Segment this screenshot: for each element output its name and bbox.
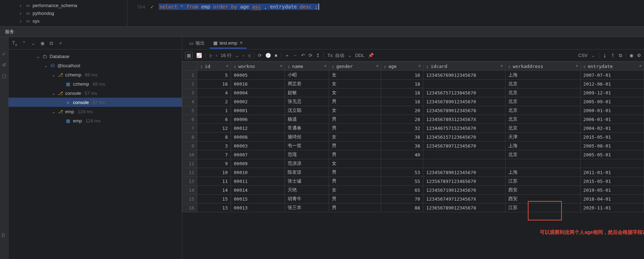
cell[interactable]: 陈友谅	[284, 168, 329, 177]
cell[interactable]: 123456789012345678	[423, 106, 505, 115]
cell[interactable]: 00007	[231, 150, 285, 159]
table-row[interactable]: 21600016周芷若女18北京2012-06-01	[182, 80, 644, 88]
cell[interactable]	[381, 159, 423, 168]
table-row[interactable]: 11900009范凉凉女	[182, 159, 644, 168]
more-icon[interactable]: ⟨⟩	[1, 232, 5, 238]
eye-icon[interactable]: ◉	[40, 40, 45, 46]
cell[interactable]: 123456769012345678	[423, 71, 505, 80]
cell[interactable]: 13	[197, 203, 231, 212]
cell[interactable]: 40	[381, 150, 423, 159]
refresh-icon[interactable]: ↺	[2, 62, 6, 68]
cell[interactable]: 北京	[505, 115, 580, 124]
cell[interactable]: 女	[329, 159, 381, 168]
col-header-idcard[interactable]: ▯idcard⇵	[423, 62, 505, 71]
cell[interactable]: 北京	[505, 106, 580, 115]
result-grid[interactable]: ▯id⇵ ▯workno⇵ ▯name⇵ ▯gender⇵ ▯age⇵ ▯idc…	[182, 62, 644, 212]
cell[interactable]: 5	[197, 71, 231, 80]
cell[interactable]: 123456719012345670	[423, 186, 505, 195]
tree-root[interactable]: ⌄🗀Database	[9, 52, 182, 61]
cell[interactable]: 16	[197, 80, 231, 88]
cell[interactable]: 70	[381, 195, 423, 203]
table-row[interactable]: 6600006杨逍男2812345678931234567X北京2006-01-…	[182, 115, 644, 124]
cell[interactable]: 00015	[231, 195, 285, 203]
cell[interactable]: 西安	[505, 186, 580, 195]
tree-schema[interactable]: ⌄⎇czhemp68 ms	[9, 70, 182, 79]
cell[interactable]: 00014	[231, 186, 285, 195]
layout-icon[interactable]: ▢	[2, 73, 6, 79]
cell[interactable]: 123456789012345670	[423, 168, 505, 177]
cell[interactable]: 上海	[505, 142, 580, 150]
cell[interactable]: 天津	[505, 133, 580, 142]
cell[interactable]: 韦一笑	[284, 142, 329, 150]
cell[interactable]: 18	[381, 88, 423, 97]
cell[interactable]: 男	[329, 115, 381, 124]
cell[interactable]: 32	[381, 124, 423, 133]
cell[interactable]: 2018-04-01	[580, 195, 644, 203]
cell[interactable]: 2000-01-01	[580, 106, 644, 115]
eye-icon[interactable]: ◉	[629, 53, 633, 58]
cell[interactable]: 周芷若	[284, 80, 329, 88]
cell[interactable]: 18	[381, 97, 423, 106]
close-icon[interactable]: ✕	[239, 40, 243, 45]
cell[interactable]: 女	[329, 133, 381, 142]
cell[interactable]: 11	[197, 177, 231, 186]
col-header-age[interactable]: ▯age⇵	[381, 62, 423, 71]
cell[interactable]: 女	[329, 80, 381, 88]
cell[interactable]: 2019-05-01	[580, 186, 644, 195]
remove-row-icon[interactable]: －	[293, 52, 298, 59]
cell[interactable]: 00001	[231, 106, 285, 115]
expand-icon[interactable]: ⌃	[22, 40, 26, 46]
cell[interactable]: 123456789712345670	[423, 142, 505, 150]
cell[interactable]: 胡青牛	[284, 195, 329, 203]
corner-cell[interactable]	[182, 62, 197, 71]
cell[interactable]: 上海	[505, 71, 580, 80]
cell[interactable]: 男	[329, 203, 381, 212]
cell[interactable]: 北京	[505, 124, 580, 133]
cell[interactable]: 2004-02-01	[580, 124, 644, 133]
cell[interactable]: 2015-05-01	[580, 133, 644, 142]
cell[interactable]: 00012	[231, 124, 285, 133]
cell[interactable]: 北京	[505, 88, 580, 97]
cell[interactable]: 00011	[231, 177, 285, 186]
cell[interactable]: 00013	[231, 203, 285, 212]
cell[interactable]: 江苏	[505, 177, 580, 186]
cell[interactable]: 88	[381, 203, 423, 212]
cell[interactable]: 38	[381, 133, 423, 142]
cell[interactable]: 男	[329, 150, 381, 159]
table-row[interactable]: 4200002张无忌男18123456789012345670北京2005-09…	[182, 97, 644, 106]
cell[interactable]: 北京	[505, 80, 580, 88]
cell[interactable]	[505, 159, 580, 168]
cell[interactable]: 范凉凉	[284, 159, 329, 168]
copy-icon[interactable]: ⧉	[619, 53, 622, 58]
col-header-workno[interactable]: ▯workno⇵	[231, 62, 285, 71]
cell[interactable]: 女	[329, 88, 381, 97]
cell[interactable]: 00004	[231, 88, 285, 97]
col-header-entrydate[interactable]: ▯entrydate⇵	[580, 62, 644, 71]
cell[interactable]: 女	[329, 106, 381, 115]
tree-schema[interactable]: ⌄⎇console57 ms	[9, 88, 182, 98]
cell[interactable]: 65	[381, 186, 423, 195]
cell[interactable]: 00008	[231, 133, 285, 142]
cell[interactable]: 2	[197, 97, 231, 106]
cell[interactable]: 2005-05-01	[580, 150, 644, 159]
cell[interactable]: 张无忌	[284, 97, 329, 106]
cell[interactable]: 上海	[505, 168, 580, 177]
check-icon[interactable]: ✓	[2, 51, 6, 57]
cell[interactable]: 00003	[231, 142, 285, 150]
export-format[interactable]: CSV	[578, 53, 588, 58]
settings-icon[interactable]: ⚙	[637, 53, 641, 58]
cell[interactable]: 00016	[231, 80, 285, 88]
table-row[interactable]: 151500015胡青牛男7012345674971234567X西安2018-…	[182, 195, 644, 203]
cell[interactable]: 2009-12-01	[580, 88, 644, 97]
cell[interactable]: 2005-09-01	[580, 97, 644, 106]
cell[interactable]: 9	[197, 159, 231, 168]
tree-table[interactable]: ▦emp124 ms	[9, 116, 182, 125]
cell[interactable]	[423, 80, 505, 88]
first-page-icon[interactable]: |‹	[209, 53, 212, 58]
cell[interactable]: 20	[381, 106, 423, 115]
cell[interactable]: 8	[197, 133, 231, 142]
view-table-icon[interactable]: ▦	[185, 52, 193, 59]
cell[interactable]: 沈立聪	[284, 106, 329, 115]
cell[interactable]: 7	[197, 150, 231, 159]
cell[interactable]: 123656789012345678	[423, 203, 505, 212]
